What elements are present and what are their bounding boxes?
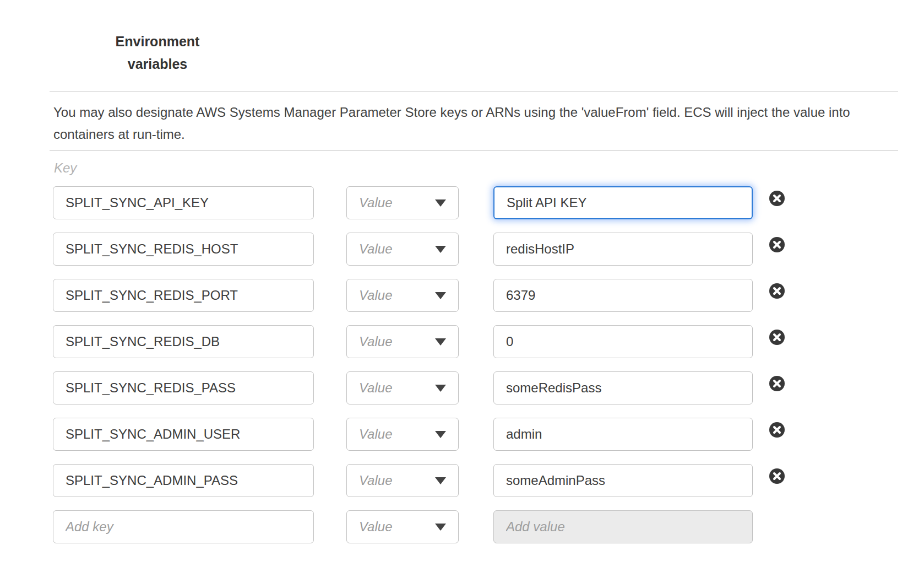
environment-variables-section: Environment variables You may also desig… xyxy=(0,0,924,561)
value-type-select[interactable]: Value xyxy=(346,233,459,266)
env-variable-row: Value xyxy=(53,510,785,543)
value-type-label: Value xyxy=(359,380,393,396)
caret-down-icon xyxy=(435,292,446,299)
remove-row-button[interactable] xyxy=(769,191,785,206)
remove-row-button[interactable] xyxy=(769,237,785,252)
environment-variables-description: You may also designate AWS Systems Manag… xyxy=(53,101,904,145)
env-key-input[interactable] xyxy=(53,325,314,358)
x-circle-icon xyxy=(769,330,785,345)
caret-down-icon xyxy=(435,431,446,438)
env-key-input[interactable] xyxy=(53,233,314,266)
remove-row-button[interactable] xyxy=(769,376,785,391)
env-key-input[interactable] xyxy=(53,279,314,312)
value-type-label: Value xyxy=(359,288,393,303)
env-variable-row: Value xyxy=(53,325,785,358)
env-key-input[interactable] xyxy=(53,418,314,451)
env-key-input[interactable] xyxy=(53,186,314,219)
value-type-select[interactable]: Value xyxy=(346,325,459,358)
env-value-input[interactable] xyxy=(493,418,753,451)
caret-down-icon xyxy=(435,524,446,531)
value-type-label: Value xyxy=(359,427,393,442)
add-key-input[interactable] xyxy=(53,510,314,543)
value-type-label: Value xyxy=(359,334,393,349)
env-key-input[interactable] xyxy=(53,371,314,404)
environment-variables-label: Environment variables xyxy=(102,30,213,75)
value-type-label: Value xyxy=(359,241,393,257)
section-divider xyxy=(50,150,898,151)
env-value-input[interactable] xyxy=(493,325,753,358)
value-type-label: Value xyxy=(359,519,393,535)
env-value-input[interactable] xyxy=(493,186,753,219)
remove-row-button[interactable] xyxy=(769,468,785,484)
env-value-input[interactable] xyxy=(493,279,753,312)
env-value-input[interactable] xyxy=(493,233,753,266)
env-variable-row: Value xyxy=(53,371,785,404)
env-variable-row: Value xyxy=(53,418,785,451)
env-variable-row: Value xyxy=(53,464,785,497)
remove-row-button[interactable] xyxy=(769,283,785,299)
remove-row-button[interactable] xyxy=(769,330,785,345)
value-type-select[interactable]: Value xyxy=(346,371,459,404)
add-value-input[interactable] xyxy=(493,510,753,543)
value-type-select[interactable]: Value xyxy=(346,186,459,219)
key-column-label: Key xyxy=(54,160,77,176)
caret-down-icon xyxy=(435,338,446,346)
env-variable-row: Value xyxy=(53,233,785,266)
env-variable-rows: Value Value xyxy=(53,186,785,557)
value-type-label: Value xyxy=(359,195,393,211)
env-value-input[interactable] xyxy=(493,371,753,404)
x-circle-icon xyxy=(769,191,785,206)
value-type-label: Value xyxy=(359,473,393,488)
env-key-input[interactable] xyxy=(53,464,314,497)
x-circle-icon xyxy=(769,468,785,484)
caret-down-icon xyxy=(435,477,446,484)
x-circle-icon xyxy=(769,376,785,391)
env-variable-row: Value xyxy=(53,279,785,312)
value-type-select[interactable]: Value xyxy=(346,279,459,312)
x-circle-icon xyxy=(769,283,785,299)
top-divider xyxy=(50,91,898,92)
env-variable-row: Value xyxy=(53,186,785,219)
remove-row-button[interactable] xyxy=(769,422,785,438)
caret-down-icon xyxy=(435,385,446,392)
value-type-select[interactable]: Value xyxy=(346,510,459,543)
caret-down-icon xyxy=(435,246,446,253)
value-type-select[interactable]: Value xyxy=(346,464,459,497)
x-circle-icon xyxy=(769,422,785,438)
value-type-select[interactable]: Value xyxy=(346,418,459,451)
x-circle-icon xyxy=(769,237,785,252)
caret-down-icon xyxy=(435,199,446,207)
env-value-input[interactable] xyxy=(493,464,753,497)
